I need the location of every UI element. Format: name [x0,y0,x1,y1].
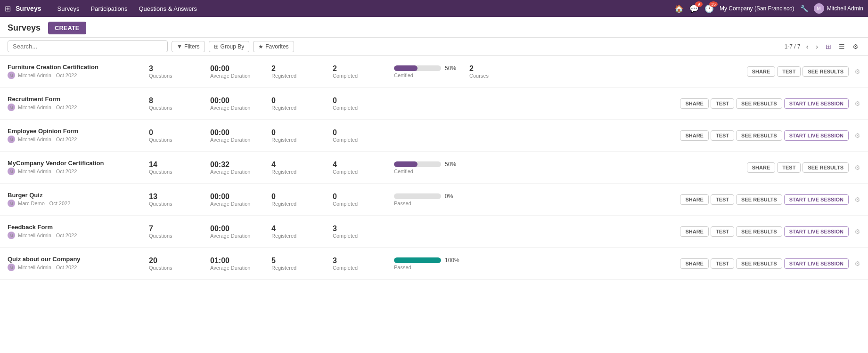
list-view-button[interactable]: ☰ [837,42,847,51]
action-see-results-button[interactable]: SEE RESULTS [736,194,782,205]
user-menu[interactable]: M Mitchell Admin [814,3,863,14]
kanban-view-button[interactable]: ⊞ [824,42,833,51]
action-start-live-session-button[interactable]: START LIVE SESSION [784,258,849,269]
action-see-results-button[interactable]: SEE RESULTS [736,226,782,237]
progress-bar-wrap [394,161,441,167]
action-see-results-button[interactable]: SEE RESULTS [802,162,849,173]
survey-stat-questions: 13 Questions [149,193,210,207]
registered-label: Registered [271,169,333,175]
progress-bar-wrap [394,193,441,199]
completed-count: 0 [333,96,394,105]
action-start-live-session-button[interactable]: START LIVE SESSION [784,194,849,205]
progress-row: 50% [394,161,469,168]
nav-questions-answers[interactable]: Questions & Answers [133,1,203,16]
row-settings-icon[interactable]: ⚙ [854,228,860,235]
survey-name[interactable]: Furniture Creation Certification [8,64,149,71]
action-share-button[interactable]: SHARE [680,98,709,109]
completed-count: 3 [333,225,394,233]
page-container: Surveys CREATE ▼ Filters ⊞ Group By ★ Fa… [0,17,868,353]
duration-value: 00:00 [210,96,271,105]
action-test-button[interactable]: TEST [711,258,734,269]
clock-icon[interactable]: 🕐 35 [704,4,714,13]
survey-name[interactable]: Employee Opinion Form [8,128,149,135]
questions-count: 13 [149,193,210,201]
action-test-button[interactable]: TEST [777,162,801,173]
create-button[interactable]: CREATE [48,22,86,34]
survey-progress: 50% Certified [394,161,469,174]
survey-meta: M Mitchell Admin - Oct 2022 [8,72,149,79]
survey-row: Burger Quiz M Marc Demo - Oct 2022 13 Qu… [0,184,868,216]
toolbar-right: 1-7 / 7 ‹ › ⊞ ☰ ⚙ [785,42,860,51]
survey-stat-registered: 0 Registered [271,193,333,207]
action-share-button[interactable]: SHARE [680,226,709,237]
questions-count: 3 [149,64,210,73]
survey-list: Furniture Creation Certification M Mitch… [0,56,868,280]
topbar-nav: Surveys Participations Questions & Answe… [51,1,203,16]
registered-label: Registered [271,233,333,239]
action-see-results-button[interactable]: SEE RESULTS [802,66,849,77]
survey-stat-completed: 2 Completed [333,64,394,79]
survey-stat-duration: 00:00 Average Duration [210,225,271,239]
completed-label: Completed [333,265,394,271]
action-see-results-button[interactable]: SEE RESULTS [736,98,782,109]
registered-count: 4 [271,160,333,169]
progress-pct: 0% [445,193,453,200]
action-test-button[interactable]: TEST [777,66,801,77]
survey-name[interactable]: MyCompany Vendor Certification [8,160,149,167]
user-name: Mitchell Admin [827,5,863,12]
survey-actions: SHARETESTSEE RESULTSSTART LIVE SESSION ⚙ [680,194,860,205]
chat-icon[interactable]: 💬 9 [689,4,699,13]
action-share-button[interactable]: SHARE [680,194,709,205]
author-name: Mitchell Admin - Oct 2022 [18,104,77,110]
action-see-results-button[interactable]: SEE RESULTS [736,258,782,269]
survey-name[interactable]: Quiz about our Company [8,256,149,263]
search-input[interactable] [8,40,168,52]
action-start-live-session-button[interactable]: START LIVE SESSION [784,130,849,141]
company-label[interactable]: My Company (San Francisco) [720,5,794,12]
action-share-button[interactable]: SHARE [747,66,776,77]
action-test-button[interactable]: TEST [711,226,734,237]
page-title: Surveys [8,23,41,33]
row-settings-icon[interactable]: ⚙ [854,196,860,203]
next-page-button[interactable]: › [814,42,820,51]
survey-actions: SHARETESTSEE RESULTSSTART LIVE SESSION ⚙ [680,98,860,109]
row-settings-icon[interactable]: ⚙ [854,164,860,171]
settings-view-button[interactable]: ⚙ [851,42,860,51]
action-start-live-session-button[interactable]: START LIVE SESSION [784,226,849,237]
tools-icon[interactable]: 🔧 [800,5,808,12]
row-settings-icon[interactable]: ⚙ [854,100,860,107]
group-by-button[interactable]: ⊞ Group By [209,41,250,52]
row-settings-icon[interactable]: ⚙ [854,260,860,267]
action-share-button[interactable]: SHARE [680,130,709,141]
status-label: Certified [394,168,469,174]
survey-name[interactable]: Feedback Form [8,224,149,231]
prev-page-button[interactable]: ‹ [804,42,811,51]
nav-participations[interactable]: Participations [85,1,133,16]
apps-icon[interactable]: ⊞ [5,4,11,13]
survey-row: Feedback Form M Mitchell Admin - Oct 202… [0,216,868,248]
home-icon[interactable]: 🏠 [674,4,684,13]
action-test-button[interactable]: TEST [711,194,734,205]
survey-meta: M Mitchell Admin - Oct 2022 [8,232,149,239]
filters-button[interactable]: ▼ Filters [172,41,205,52]
author-avatar: M [8,200,15,207]
action-test-button[interactable]: TEST [711,98,734,109]
survey-meta: M Mitchell Admin - Oct 2022 [8,136,149,143]
action-share-button[interactable]: SHARE [680,258,709,269]
favorites-button[interactable]: ★ Favorites [253,41,294,52]
row-settings-icon[interactable]: ⚙ [854,68,860,75]
questions-count: 20 [149,257,210,265]
row-settings-icon[interactable]: ⚙ [854,132,860,139]
action-see-results-button[interactable]: SEE RESULTS [736,130,782,141]
nav-surveys[interactable]: Surveys [51,1,85,16]
survey-stat-registered: 0 Registered [271,128,333,143]
survey-info: Recruitment Form M Mitchell Admin - Oct … [8,96,149,111]
survey-name[interactable]: Burger Quiz [8,192,149,199]
duration-label: Average Duration [210,105,271,111]
action-test-button[interactable]: TEST [711,130,734,141]
survey-stat-questions: 3 Questions [149,64,210,79]
action-start-live-session-button[interactable]: START LIVE SESSION [784,98,849,109]
action-share-button[interactable]: SHARE [747,162,776,173]
questions-count: 14 [149,160,210,169]
survey-name[interactable]: Recruitment Form [8,96,149,103]
